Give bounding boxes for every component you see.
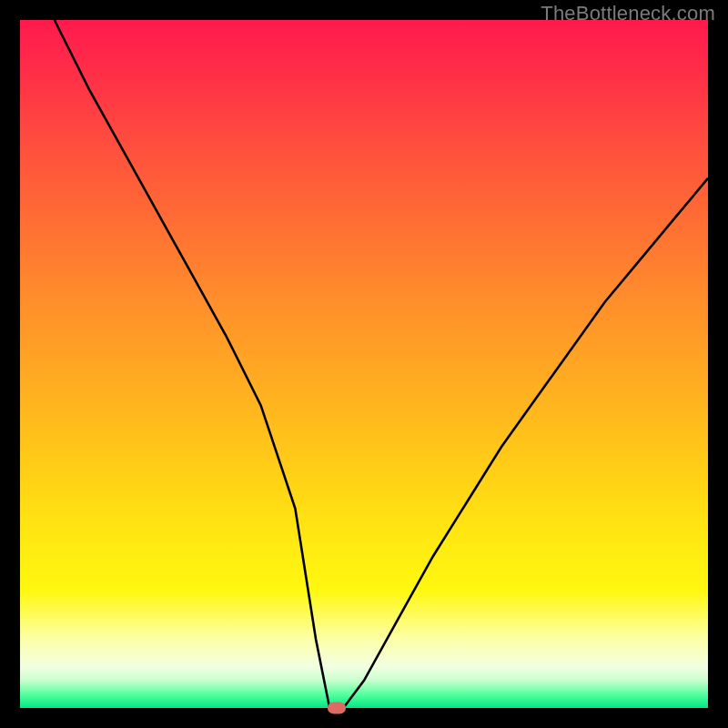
optimal-marker (328, 703, 346, 714)
curve-path (55, 20, 708, 708)
bottleneck-curve (20, 20, 708, 708)
plot-area (20, 20, 708, 708)
chart-frame: TheBottleneck.com (0, 0, 728, 728)
